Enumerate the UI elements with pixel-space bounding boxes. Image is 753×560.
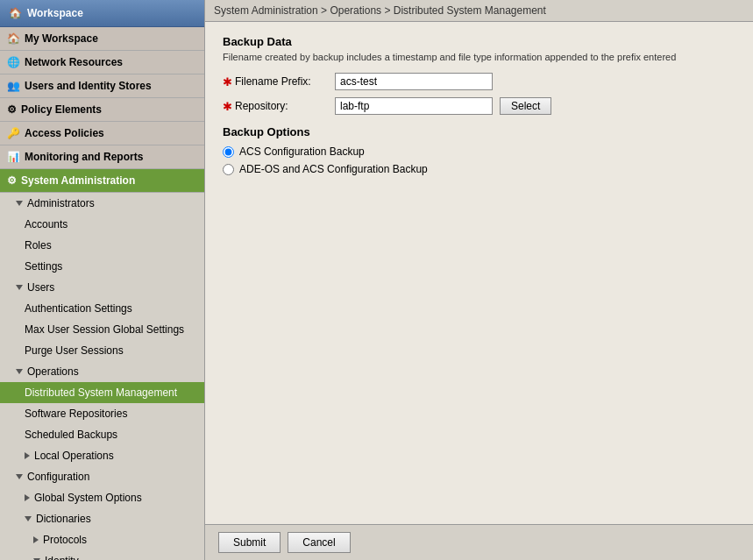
- required-star: ✱: [223, 100, 232, 113]
- sidebar-item-software-repos[interactable]: Software Repositories: [0, 403, 204, 424]
- monitor-icon: 📊: [7, 151, 20, 163]
- repository-label: ✱ Repository:: [223, 100, 328, 113]
- backup-data-desc: Filename created by backup includes a ti…: [223, 52, 735, 62]
- expand-icon: [25, 494, 30, 501]
- repository-row: ✱ Repository: Select: [223, 97, 735, 115]
- sidebar-header-label: Workspace: [27, 7, 83, 19]
- sidebar-item-purge-sessions[interactable]: Purge User Sessions: [0, 340, 204, 361]
- gear-icon: ⚙: [7, 174, 17, 187]
- sidebar-item-system-admin[interactable]: ⚙ System Administration: [0, 169, 204, 193]
- option1-row: ACS Configuration Backup: [223, 145, 735, 158]
- expand-icon: [16, 285, 23, 290]
- expand-icon: [16, 474, 23, 479]
- repository-input[interactable]: [335, 97, 493, 115]
- sidebar-item-administrators[interactable]: Administrators: [0, 193, 204, 214]
- expand-icon: [16, 201, 23, 206]
- sidebar-item-network-resources[interactable]: 🌐 Network Resources: [0, 51, 204, 74]
- sidebar-item-users-identity[interactable]: 👥 Users and Identity Stores: [0, 74, 204, 98]
- breadcrumb: System Administration > Operations > Dis…: [205, 0, 753, 22]
- sidebar-item-identity[interactable]: Identity: [0, 550, 204, 560]
- content-area: Backup Data Filename created by backup i…: [205, 22, 753, 524]
- main-content: System Administration > Operations > Dis…: [205, 0, 753, 560]
- filename-prefix-input[interactable]: [335, 73, 493, 90]
- sidebar-item-dictionaries[interactable]: Dictionaries: [0, 508, 204, 529]
- sidebar-item-monitoring[interactable]: 📊 Monitoring and Reports: [0, 145, 204, 169]
- sidebar-item-users[interactable]: Users: [0, 277, 204, 298]
- sidebar-item-settings[interactable]: Settings: [0, 256, 204, 277]
- filename-prefix-row: ✱ Filename Prefix:: [223, 73, 735, 90]
- sidebar-item-max-session[interactable]: Max User Session Global Settings: [0, 319, 204, 340]
- workspace-icon: 🏠: [7, 32, 20, 45]
- sidebar: 🏠 Workspace 🏠 My Workspace 🌐 Network Res…: [0, 0, 205, 560]
- required-star: ✱: [223, 75, 232, 89]
- option2-row: ADE-OS and ACS Configuration Backup: [223, 163, 735, 175]
- policy-icon: ⚙: [7, 103, 17, 116]
- sidebar-item-protocols[interactable]: Protocols: [0, 529, 204, 550]
- sidebar-item-accounts[interactable]: Accounts: [0, 214, 204, 235]
- option1-radio[interactable]: [223, 146, 234, 158]
- sidebar-item-policy-elements[interactable]: ⚙ Policy Elements: [0, 98, 204, 122]
- cancel-button[interactable]: Cancel: [288, 532, 350, 553]
- backup-data-title: Backup Data: [223, 35, 735, 48]
- sidebar-item-roles[interactable]: Roles: [0, 235, 204, 256]
- expand-icon: [33, 536, 39, 543]
- filename-prefix-label: ✱ Filename Prefix:: [223, 75, 328, 89]
- expand-icon: [16, 369, 23, 374]
- backup-options-title: Backup Options: [223, 125, 735, 138]
- sidebar-item-my-workspace[interactable]: 🏠 My Workspace: [0, 27, 204, 51]
- network-icon: 🌐: [7, 56, 20, 68]
- sidebar-header: 🏠 Workspace: [0, 0, 204, 27]
- sidebar-item-access-policies[interactable]: 🔑 Access Policies: [0, 122, 204, 145]
- sidebar-item-operations[interactable]: Operations: [0, 361, 204, 382]
- submit-button[interactable]: Submit: [218, 532, 281, 553]
- sidebar-item-global-sys-opts[interactable]: Global System Options: [0, 487, 204, 508]
- option1-label[interactable]: ACS Configuration Backup: [239, 145, 365, 158]
- sidebar-item-dist-sys-mgmt[interactable]: Distributed System Management: [0, 382, 204, 403]
- workspace-icon: 🏠: [9, 7, 22, 19]
- option2-label[interactable]: ADE-OS and ACS Configuration Backup: [239, 163, 428, 175]
- users-icon: 👥: [7, 80, 20, 92]
- access-icon: 🔑: [7, 127, 20, 139]
- sidebar-item-auth-settings[interactable]: Authentication Settings: [0, 298, 204, 319]
- footer-buttons: Submit Cancel: [205, 524, 753, 560]
- sidebar-scroll[interactable]: 🏠 My Workspace 🌐 Network Resources 👥 Use…: [0, 27, 204, 560]
- sidebar-item-configuration[interactable]: Configuration: [0, 466, 204, 487]
- sidebar-item-local-ops[interactable]: Local Operations: [0, 445, 204, 466]
- expand-icon: [25, 452, 30, 459]
- sidebar-item-scheduled-backups[interactable]: Scheduled Backups: [0, 424, 204, 445]
- select-button[interactable]: Select: [500, 97, 551, 115]
- option2-radio[interactable]: [223, 164, 234, 175]
- expand-icon: [25, 516, 32, 521]
